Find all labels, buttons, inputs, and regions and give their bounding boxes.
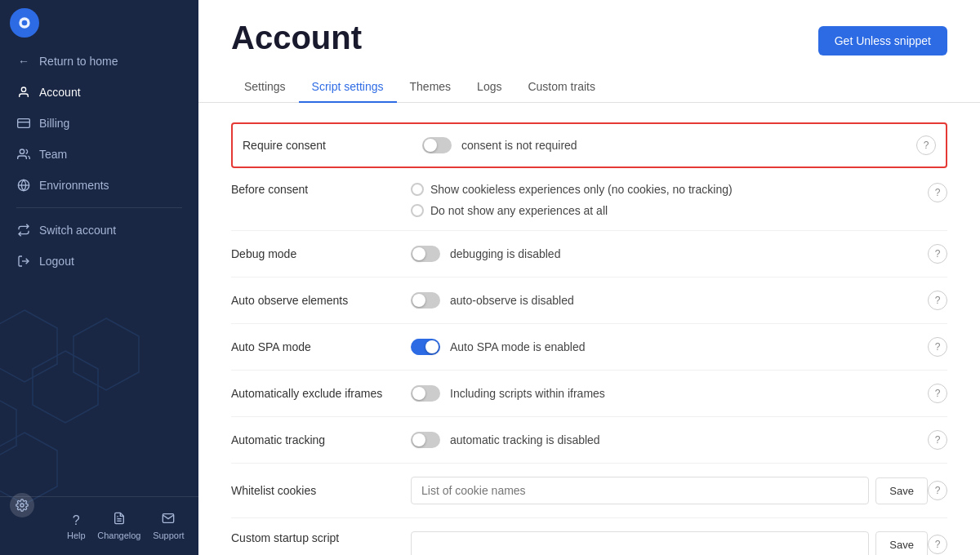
debug-mode-toggle[interactable]: [411, 246, 440, 262]
whitelist-cookies-row: Whitelist cookies Save ?: [231, 464, 947, 518]
svg-point-2: [21, 87, 25, 91]
debug-mode-value: debugging is disabled: [450, 247, 560, 260]
custom-startup-save-button[interactable]: Save: [875, 531, 928, 555]
gear-icon: [16, 499, 29, 512]
auto-spa-help[interactable]: ?: [928, 337, 947, 357]
credit-card-icon: [16, 116, 31, 131]
exclude-iframes-label: Automatically exclude iframes: [231, 387, 411, 400]
help-icon: ?: [73, 513, 80, 528]
auto-observe-label: Auto observe elements: [231, 294, 411, 307]
require-consent-row: Require consent consent is not required …: [231, 122, 947, 168]
require-consent-help[interactable]: ?: [916, 135, 936, 155]
before-consent-help[interactable]: ?: [928, 183, 947, 202]
require-consent-toggle[interactable]: [422, 137, 452, 153]
svg-point-14: [20, 504, 24, 507]
sidebar-logo[interactable]: [0, 0, 198, 46]
tab-settings[interactable]: Settings: [231, 72, 299, 103]
auto-spa-toggle[interactable]: [411, 339, 440, 355]
auto-observe-control: auto-observe is disabled: [411, 292, 928, 309]
before-consent-row: Before consent Show cookieless experienc…: [231, 170, 947, 231]
auto-observe-help[interactable]: ?: [928, 291, 947, 310]
auto-spa-row: Auto SPA mode Auto SPA mode is enabled ?: [231, 324, 947, 371]
changelog-icon: [113, 512, 126, 528]
exclude-iframes-help[interactable]: ?: [928, 384, 947, 403]
require-consent-value: consent is not required: [461, 139, 577, 152]
auto-spa-label: Auto SPA mode: [231, 340, 411, 353]
page-header: Account Get Unless snippet: [198, 0, 980, 56]
custom-startup-row: Custom startup script Save ?: [231, 518, 947, 555]
help-button[interactable]: ? Help: [67, 513, 86, 540]
page-title: Account: [231, 20, 362, 56]
main-content: Account Get Unless snippet Settings Scri…: [198, 0, 980, 555]
tabs-bar: Settings Script settings Themes Logs Cus…: [198, 72, 980, 103]
svg-rect-3: [18, 119, 30, 128]
sidebar-bottom: ? Help Changelog Support: [0, 496, 198, 555]
whitelist-cookies-save-button[interactable]: Save: [875, 477, 928, 504]
custom-startup-control: Save: [411, 531, 928, 555]
changelog-button[interactable]: Changelog: [97, 512, 140, 540]
debug-mode-row: Debug mode debugging is disabled ?: [231, 231, 947, 278]
support-icon: [162, 512, 175, 528]
before-consent-option-2[interactable]: Do not show any experiences at all: [411, 204, 733, 217]
custom-startup-help[interactable]: ?: [928, 535, 947, 554]
auto-tracking-row: Automatic tracking automatic tracking is…: [231, 417, 947, 464]
whitelist-cookies-label: Whitelist cookies: [231, 484, 411, 497]
whitelist-cookies-help[interactable]: ?: [928, 481, 947, 500]
sidebar-divider: [16, 207, 182, 208]
exclude-iframes-control: Including scripts within iframes: [411, 385, 928, 402]
auto-tracking-toggle[interactable]: [411, 432, 440, 448]
debug-mode-help[interactable]: ?: [928, 244, 947, 264]
sidebar-item-team[interactable]: Team: [0, 139, 198, 170]
require-consent-label: Require consent: [243, 139, 422, 152]
whitelist-cookies-control: Save: [411, 477, 928, 504]
before-consent-option-1[interactable]: Show cookieless experiences only (no coo…: [411, 183, 733, 196]
custom-startup-label: Custom startup script: [231, 531, 411, 544]
debug-mode-label: Debug mode: [231, 247, 411, 260]
sidebar: ← Return to home Account Billing Team: [0, 0, 198, 555]
sidebar-item-billing[interactable]: Billing: [0, 108, 198, 139]
support-button[interactable]: Support: [153, 512, 185, 540]
auto-observe-value: auto-observe is disabled: [450, 294, 574, 307]
sidebar-item-return-home[interactable]: ← Return to home: [0, 46, 198, 77]
exclude-iframes-value: Including scripts within iframes: [450, 387, 605, 400]
svg-marker-9: [0, 310, 57, 382]
require-consent-control: consent is not required: [422, 137, 916, 153]
custom-startup-textarea[interactable]: [411, 531, 869, 555]
svg-point-5: [20, 149, 24, 153]
radio-circle-2: [411, 204, 424, 217]
tab-custom-traits[interactable]: Custom traits: [514, 72, 608, 103]
user-icon: [16, 85, 31, 100]
debug-mode-control: debugging is disabled: [411, 246, 928, 262]
svg-marker-11: [0, 392, 16, 464]
settings-gear-button[interactable]: [10, 493, 34, 517]
svg-point-1: [22, 20, 28, 26]
before-consent-label: Before consent: [231, 183, 411, 196]
sidebar-item-environments[interactable]: Environments: [0, 170, 198, 201]
tab-script-settings[interactable]: Script settings: [299, 72, 397, 103]
sidebar-item-switch-account[interactable]: Switch account: [0, 215, 198, 246]
auto-observe-toggle[interactable]: [411, 292, 440, 309]
sidebar-item-logout[interactable]: Logout: [0, 246, 198, 277]
auto-tracking-control: automatic tracking is disabled: [411, 432, 928, 448]
auto-tracking-label: Automatic tracking: [231, 433, 411, 446]
radio-circle-1: [411, 183, 424, 196]
before-consent-control: Show cookieless experiences only (no coo…: [411, 183, 928, 217]
svg-marker-13: [74, 318, 139, 390]
auto-tracking-help[interactable]: ?: [928, 430, 947, 450]
get-snippet-button[interactable]: Get Unless snippet: [818, 26, 947, 56]
auto-spa-value: Auto SPA mode is enabled: [450, 340, 586, 353]
svg-marker-10: [33, 351, 98, 423]
arrow-left-icon: ←: [16, 54, 31, 69]
exclude-iframes-toggle[interactable]: [411, 385, 440, 402]
settings-content: Require consent consent is not required …: [198, 103, 980, 555]
sidebar-item-account[interactable]: Account: [0, 77, 198, 108]
auto-observe-row: Auto observe elements auto-observe is di…: [231, 278, 947, 324]
hex-decoration: [0, 302, 147, 506]
auto-spa-control: Auto SPA mode is enabled: [411, 339, 928, 355]
auto-tracking-value: automatic tracking is disabled: [450, 433, 600, 446]
before-consent-radio-group: Show cookieless experiences only (no coo…: [411, 183, 733, 217]
exclude-iframes-row: Automatically exclude iframes Including …: [231, 371, 947, 417]
tab-themes[interactable]: Themes: [397, 72, 465, 103]
tab-logs[interactable]: Logs: [464, 72, 514, 103]
whitelist-cookies-input[interactable]: [411, 477, 869, 504]
